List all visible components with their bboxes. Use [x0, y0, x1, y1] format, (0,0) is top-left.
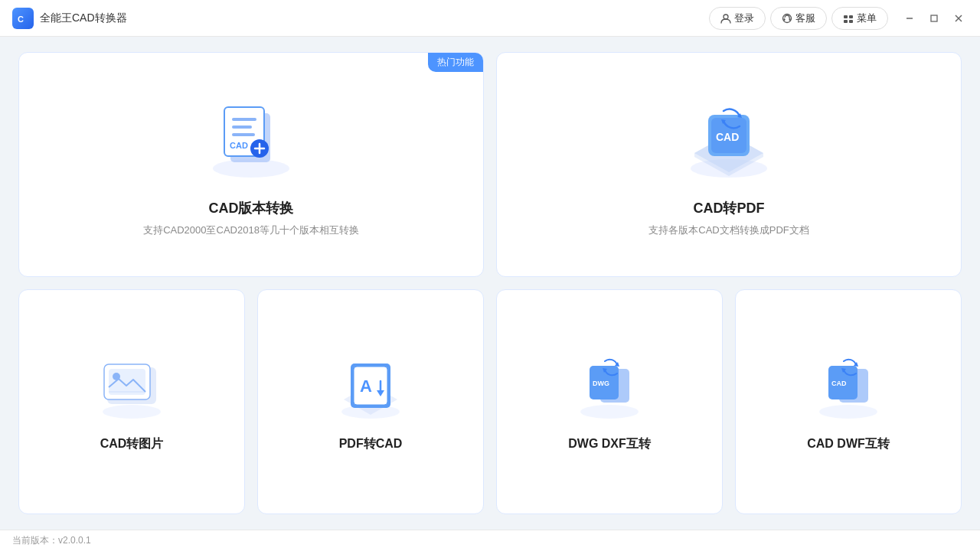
cad-convert-title: CAD版本转换	[209, 199, 294, 217]
menu-button[interactable]: 菜单	[831, 7, 888, 30]
svg-text:DWG: DWG	[593, 380, 609, 387]
cad-convert-icon: CAD	[201, 92, 301, 187]
svg-rect-4	[784, 18, 786, 21]
cad-pdf-desc: 支持各版本CAD文档转换成PDF文档	[648, 223, 808, 237]
svg-point-2	[724, 15, 728, 19]
svg-point-41	[580, 405, 639, 419]
maximize-button[interactable]	[925, 9, 943, 28]
dwg-dxf-title: DWG DXF互转	[568, 436, 651, 452]
cad-to-image-card[interactable]: CAD转图片	[18, 289, 245, 514]
dwg-dxf-card[interactable]: DXF DWG DWG DXF互转	[496, 289, 723, 514]
service-icon	[782, 13, 792, 24]
cad-dwf-title: CAD DWF互转	[807, 436, 890, 452]
svg-text:CAD: CAD	[831, 380, 847, 387]
app-logo: C	[12, 8, 34, 29]
cad-pdf-icon: CAD	[679, 92, 779, 187]
dwg-dxf-icon: DXF DWG	[571, 352, 648, 424]
bottom-row: CAD转图片 A PDF转CAD	[18, 289, 962, 514]
cad-image-icon	[93, 352, 170, 424]
app-title: 全能王CAD转换器	[40, 11, 709, 25]
cad-convert-desc: 支持CAD2000至CAD2018等几十个版本相互转换	[143, 223, 359, 237]
pdf-cad-title: PDF转CAD	[339, 436, 403, 452]
close-button[interactable]	[949, 9, 968, 28]
titlebar: C 全能王CAD转换器 登录 客服	[0, 0, 980, 37]
cad-version-convert-card[interactable]: 热门功能 CAD	[18, 52, 484, 277]
svg-rect-8	[844, 20, 848, 23]
version-text: 当前版本：v2.0.0.1	[12, 534, 91, 547]
svg-text:CAD: CAD	[230, 141, 248, 150]
svg-point-48	[819, 405, 877, 419]
svg-point-30	[103, 405, 161, 419]
top-row: 热门功能 CAD	[18, 52, 962, 277]
window-controls	[900, 9, 968, 28]
svg-rect-17	[232, 118, 256, 121]
cad-pdf-title: CAD转PDF	[694, 199, 765, 217]
svg-rect-6	[844, 15, 848, 18]
svg-text:CAD: CAD	[716, 131, 739, 143]
main-content: 热门功能 CAD	[0, 37, 980, 530]
pdf-cad-icon: A	[332, 352, 409, 424]
statusbar: 当前版本：v2.0.0.1	[0, 530, 980, 551]
hot-badge: 热门功能	[428, 53, 483, 72]
svg-text:C: C	[18, 15, 24, 24]
minimize-button[interactable]	[900, 9, 919, 28]
cad-dwf-icon: DWF CAD	[810, 352, 887, 424]
svg-rect-9	[849, 20, 853, 23]
menu-icon	[843, 13, 854, 24]
service-button[interactable]: 客服	[770, 7, 827, 30]
login-button[interactable]: 登录	[709, 7, 766, 30]
cad-image-title: CAD转图片	[100, 436, 164, 452]
pdf-to-cad-card[interactable]: A PDF转CAD	[257, 289, 484, 514]
cad-dwf-card[interactable]: DWF CAD CAD DWF互转	[735, 289, 962, 514]
svg-text:A: A	[360, 377, 372, 396]
svg-rect-18	[232, 126, 252, 129]
login-icon	[720, 13, 731, 24]
titlebar-actions: 登录 客服 菜单	[709, 7, 968, 30]
svg-rect-5	[789, 18, 791, 21]
svg-rect-11	[931, 15, 937, 21]
svg-rect-19	[232, 133, 255, 136]
cad-to-pdf-card[interactable]: CAD CAD转PDF 支持各版本CAD文档转换成PDF文档	[496, 52, 962, 277]
svg-rect-7	[849, 15, 853, 18]
